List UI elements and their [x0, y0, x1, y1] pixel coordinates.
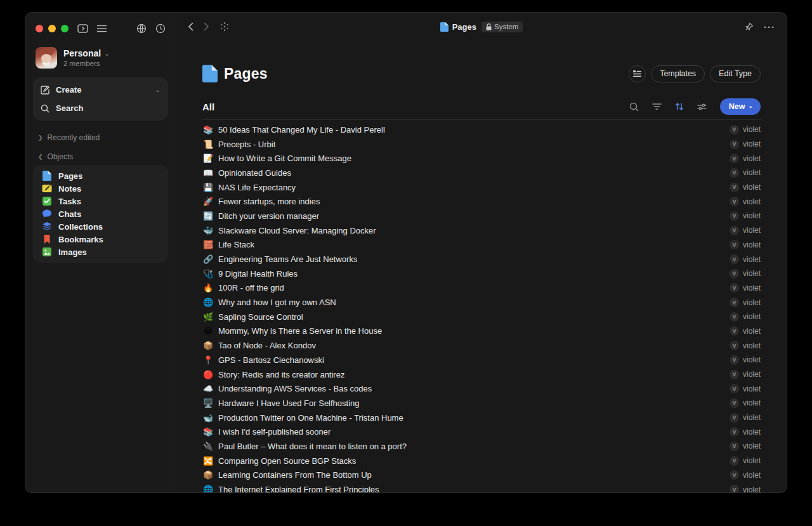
- object-row[interactable]: 🌿 Sapling Source Control V violet: [202, 310, 761, 324]
- tag-label[interactable]: violet: [743, 398, 761, 407]
- object-row[interactable]: 📚 50 Ideas That Changed My Life - David …: [202, 122, 761, 137]
- object-row[interactable]: 🧱 Life Stack V violet: [202, 238, 761, 253]
- tag-label[interactable]: violet: [743, 255, 761, 264]
- tag-label[interactable]: violet: [743, 370, 761, 379]
- filter-icon[interactable]: [652, 103, 662, 110]
- tag-avatar: V: [730, 226, 739, 235]
- object-row[interactable]: 🔴 Story: Redis and its creator antirez V…: [202, 367, 761, 382]
- object-row[interactable]: 🐋 Production Twitter on One Machine - Tr…: [202, 411, 761, 425]
- tag-label[interactable]: violet: [743, 168, 761, 177]
- tag-label[interactable]: violet: [743, 442, 761, 450]
- tag-label[interactable]: violet: [743, 240, 761, 249]
- tag-label[interactable]: violet: [743, 456, 761, 465]
- tag-label[interactable]: violet: [743, 183, 761, 192]
- tag-label[interactable]: violet: [743, 154, 761, 163]
- object-row[interactable]: 🌐 Why and how I got my own ASN V violet: [202, 295, 761, 310]
- object-title: Production Twitter on One Machine - Tris…: [218, 413, 403, 423]
- close-window-button[interactable]: [36, 25, 43, 32]
- sidebar-object-item[interactable]: Pages: [33, 169, 168, 182]
- object-row[interactable]: 💾 NAS Life Expectancy V violet: [202, 180, 761, 195]
- object-rows: 📚 50 Ideas That Changed My Life - David …: [202, 122, 761, 492]
- tag-label[interactable]: violet: [743, 471, 761, 480]
- search-icon[interactable]: [629, 102, 639, 112]
- object-row[interactable]: 📝 How to Write a Git Commit Message V vi…: [202, 151, 761, 166]
- object-row[interactable]: 📦 Tao of Node - Alex Kondov V violet: [202, 338, 761, 353]
- sidebar-object-item[interactable]: Bookmarks: [33, 233, 168, 246]
- object-row[interactable]: 😂 Mommy, Why is There a Server in the Ho…: [202, 324, 761, 339]
- tag-label[interactable]: violet: [743, 413, 761, 422]
- object-row[interactable]: 📜 Precepts - Urbit V violet: [202, 137, 761, 152]
- topbar-object-title[interactable]: Pages: [440, 22, 476, 32]
- tag-label[interactable]: violet: [743, 312, 761, 321]
- object-emoji-icon: 🔥: [202, 284, 214, 292]
- object-row[interactable]: 🩺 9 Digital Health Rules V violet: [202, 266, 761, 281]
- object-title: Opinionated Guides: [218, 168, 291, 178]
- object-row[interactable]: ☁️ Understanding AWS Services - Bas code…: [202, 381, 761, 396]
- object-row[interactable]: 📖 Opinionated Guides V violet: [202, 166, 761, 180]
- tag-label[interactable]: violet: [743, 197, 761, 206]
- object-row[interactable]: 🔗 Engineering Teams Are Just Networks V …: [202, 252, 761, 266]
- tag-label[interactable]: violet: [743, 327, 761, 336]
- tag-avatar: V: [730, 283, 739, 293]
- forward-icon[interactable]: [204, 22, 209, 31]
- sidebar-object-item[interactable]: Notes: [33, 182, 168, 195]
- tag-label[interactable]: violet: [743, 341, 761, 350]
- object-title: Mommy, Why is There a Server in the Hous…: [218, 326, 382, 336]
- object-emoji-icon: 📝: [202, 154, 214, 162]
- pin-icon[interactable]: [744, 22, 754, 32]
- object-row[interactable]: 🔄 Ditch your version manager V violet: [202, 209, 761, 223]
- tag-label[interactable]: violet: [743, 269, 761, 278]
- object-row[interactable]: 🔥 100R - off the grid V violet: [202, 281, 761, 296]
- sidebar-item-create[interactable]: Create ⌄: [33, 81, 168, 99]
- sidebar-object-item[interactable]: Collections: [33, 220, 168, 233]
- recently-edited-toggle[interactable]: ❯ Recently edited: [33, 129, 168, 146]
- history-clock-icon[interactable]: [155, 23, 166, 34]
- object-row[interactable]: 🔌 Paul Butler – What does it mean to lis…: [202, 439, 761, 454]
- tag-label[interactable]: violet: [743, 211, 761, 220]
- more-icon[interactable]: ···: [764, 22, 775, 32]
- tag-label[interactable]: violet: [743, 385, 761, 393]
- object-row[interactable]: 🌐 The Internet Explained From First Prin…: [202, 482, 761, 492]
- settings-sliders-icon[interactable]: [697, 103, 707, 111]
- tag-label[interactable]: violet: [743, 284, 761, 293]
- graph-dots-icon[interactable]: [219, 22, 230, 32]
- minimize-window-button[interactable]: [48, 25, 56, 32]
- object-row[interactable]: 📦 Learning Containers From The Bottom Up…: [202, 468, 761, 483]
- object-row[interactable]: 🐳 Slackware Cloud Server: Managing Docke…: [202, 223, 761, 238]
- object-emoji-icon: 🧱: [202, 240, 214, 249]
- tag-label[interactable]: violet: [743, 355, 761, 364]
- tag-avatar: V: [730, 183, 739, 192]
- toggle-sidebar-icon[interactable]: [77, 24, 88, 33]
- object-row[interactable]: 🔀 Comparing Open Source BGP Stacks V vio…: [202, 454, 761, 468]
- tag-label[interactable]: violet: [743, 125, 761, 134]
- zoom-window-button[interactable]: [61, 25, 69, 32]
- gallery-globe-icon[interactable]: [136, 23, 147, 34]
- tag-label[interactable]: violet: [743, 485, 761, 492]
- object-title: I wish I'd self-published sooner: [218, 427, 331, 437]
- sidebar-object-item[interactable]: Images: [33, 246, 168, 258]
- tag-label[interactable]: violet: [743, 428, 761, 437]
- edit-type-button[interactable]: Edit Type: [710, 65, 761, 82]
- sidebar-item-search[interactable]: Search: [33, 99, 168, 117]
- back-icon[interactable]: [188, 22, 193, 31]
- object-row[interactable]: 📍 GPS - Bartosz Ciechanowski V violet: [202, 353, 761, 367]
- sidebar-object-item[interactable]: Chats: [33, 207, 168, 220]
- templates-button[interactable]: Templates: [651, 65, 705, 82]
- object-row[interactable]: 🚀 Fewer startups, more indies V violet: [202, 194, 761, 209]
- view-layout-button[interactable]: [629, 65, 646, 82]
- tag-label[interactable]: violet: [743, 140, 761, 148]
- tag-label[interactable]: violet: [743, 298, 761, 307]
- tab-all[interactable]: All: [202, 102, 214, 112]
- workspace-switcher[interactable]: Personal ⌄ 2 members: [33, 44, 168, 77]
- sidebar-object-item[interactable]: Tasks: [33, 195, 168, 207]
- menu-icon[interactable]: [97, 25, 107, 32]
- sort-icon[interactable]: [675, 102, 684, 111]
- object-emoji-icon: 🐳: [202, 227, 214, 235]
- chevron-down-icon[interactable]: ⌄: [155, 86, 160, 93]
- object-row[interactable]: 📚 I wish I'd self-published sooner V vio…: [202, 424, 761, 439]
- object-row[interactable]: 🖥️ Hardware I Have Used For Selfhosting …: [202, 396, 761, 411]
- new-object-button[interactable]: New ⌄: [720, 98, 761, 115]
- objects-section-toggle[interactable]: ❮ Objects: [33, 148, 168, 165]
- tag-label[interactable]: violet: [743, 226, 761, 235]
- window-controls: [36, 25, 69, 32]
